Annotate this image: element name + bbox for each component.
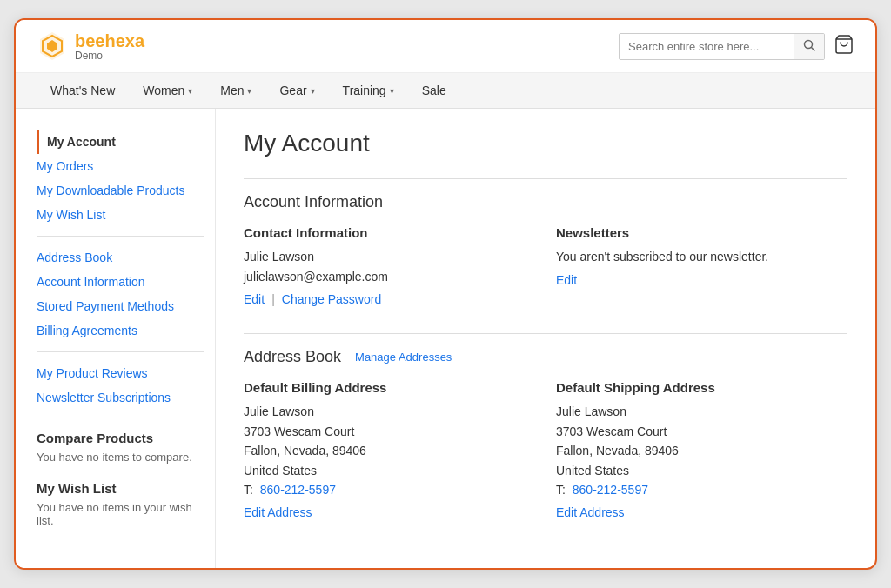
compare-products-title: Compare Products [37, 431, 204, 445]
logo-icon [37, 30, 68, 62]
shipping-edit-address-link[interactable]: Edit Address [556, 505, 625, 519]
search-button[interactable] [794, 34, 824, 59]
link-separator: | [271, 290, 275, 309]
sidebar-item-product-reviews[interactable]: My Product Reviews [37, 361, 215, 385]
nav-item-women[interactable]: Women ▾ [129, 73, 206, 108]
account-information-section: Account Information Contact Information … [244, 178, 847, 309]
nav-item-gear[interactable]: Gear ▾ [265, 73, 328, 108]
newsletters-text: You aren't subscribed to our newsletter.… [556, 247, 847, 290]
billing-address-block: Default Billing Address Julie Lawson 370… [244, 380, 535, 522]
shipping-name: Julie Lawson [556, 402, 847, 421]
contact-email: julielawson@example.com [244, 267, 535, 286]
sidebar-section-2: Address Book Account Information Stored … [37, 245, 215, 343]
logo-name: beehexa [75, 31, 144, 50]
search-input[interactable] [620, 35, 794, 58]
sidebar-item-downloadable-products[interactable]: My Downloadable Products [37, 178, 215, 203]
sidebar-item-address-book[interactable]: Address Book [37, 245, 215, 270]
sidebar-item-wish-list[interactable]: My Wish List [37, 203, 215, 227]
sidebar-item-billing-agreements[interactable]: Billing Agreements [37, 318, 215, 343]
svg-line-4 [812, 47, 815, 50]
logo-area[interactable]: beehexa Demo [37, 30, 144, 62]
chevron-down-icon: ▾ [247, 86, 251, 96]
nav-bar: What's New Women ▾ Men ▾ Gear ▾ Training… [16, 73, 875, 109]
sidebar-divider-1 [37, 236, 204, 237]
contact-info-block: Contact Information Julie Lawson juliela… [244, 225, 535, 309]
billing-name: Julie Lawson [244, 402, 535, 421]
header: beehexa Demo [16, 20, 875, 73]
browser-frame: beehexa Demo [14, 18, 877, 570]
main-content: My Account My Orders My Downloadable Pro… [16, 109, 875, 568]
account-info-title: Account Information [244, 193, 383, 211]
account-info-header: Account Information [244, 193, 847, 211]
billing-address-text: Julie Lawson 3703 Wescam Court Fallon, N… [244, 402, 535, 522]
nav-item-men[interactable]: Men ▾ [206, 73, 265, 108]
address-cols: Default Billing Address Julie Lawson 370… [244, 380, 847, 522]
change-password-link[interactable]: Change Password [282, 290, 381, 309]
chevron-down-icon: ▾ [390, 86, 394, 96]
shipping-phone-row: T: 860-212-5597 [556, 480, 847, 499]
nav-item-whats-new[interactable]: What's New [37, 73, 129, 108]
billing-street: 3703 Wescam Court [244, 422, 535, 441]
billing-edit-address-link[interactable]: Edit Address [244, 505, 312, 519]
sidebar-item-my-account[interactable]: My Account [37, 130, 215, 154]
logo-demo: Demo [75, 50, 144, 62]
cart-svg [834, 34, 854, 55]
shipping-address-text: Julie Lawson 3703 Wescam Court Fallon, N… [556, 402, 847, 522]
account-info-cols: Contact Information Julie Lawson juliela… [244, 225, 847, 309]
address-book-section: Address Book Manage Addresses Default Bi… [244, 333, 847, 522]
contact-info-heading: Contact Information [244, 225, 535, 240]
billing-phone-row: T: 860-212-5597 [244, 480, 535, 499]
billing-city: Fallon, Nevada, 89406 [244, 441, 535, 460]
sidebar-section-3: My Product Reviews Newsletter Subscripti… [37, 361, 215, 410]
shipping-address-heading: Default Shipping Address [556, 380, 847, 395]
page-title: My Account [244, 130, 847, 157]
sidebar-item-my-orders[interactable]: My Orders [37, 154, 215, 178]
chevron-down-icon: ▾ [188, 86, 192, 96]
sidebar-item-stored-payment[interactable]: Stored Payment Methods [37, 294, 215, 318]
sidebar-divider-2 [37, 351, 204, 352]
shipping-city: Fallon, Nevada, 89406 [556, 441, 847, 460]
sidebar-section-1: My Account My Orders My Downloadable Pro… [37, 130, 215, 227]
billing-phone-prefix: T: [244, 483, 253, 497]
compare-products-text: You have no items to compare. [37, 451, 204, 464]
contact-actions: Edit | Change Password [244, 290, 535, 309]
cart-icon[interactable] [834, 34, 854, 59]
header-right [619, 33, 854, 60]
address-book-title: Address Book [244, 348, 341, 366]
compare-products-block: Compare Products You have no items to co… [37, 431, 215, 464]
contact-name: Julie Lawson [244, 247, 535, 266]
sidebar-item-account-information[interactable]: Account Information [37, 270, 215, 294]
address-book-header: Address Book Manage Addresses [244, 348, 847, 366]
contact-info-text: Julie Lawson julielawson@example.com Edi… [244, 247, 535, 309]
search-box[interactable] [619, 33, 825, 60]
sidebar-wishlist-title: My Wish List [37, 481, 204, 496]
nav-item-training[interactable]: Training ▾ [329, 73, 408, 108]
nav-item-sale[interactable]: Sale [408, 73, 460, 108]
shipping-address-block: Default Shipping Address Julie Lawson 37… [556, 380, 847, 522]
billing-country: United States [244, 461, 535, 480]
newsletters-heading: Newsletters [556, 225, 847, 240]
shipping-street: 3703 Wescam Court [556, 422, 847, 441]
shipping-phone[interactable]: 860-212-5597 [573, 483, 648, 497]
edit-newsletter-link[interactable]: Edit [556, 273, 577, 287]
billing-phone[interactable]: 860-212-5597 [260, 483, 336, 497]
shipping-country: United States [556, 461, 847, 480]
billing-address-heading: Default Billing Address [244, 380, 535, 395]
chevron-down-icon: ▾ [311, 86, 315, 96]
newsletters-block: Newsletters You aren't subscribed to our… [556, 225, 847, 309]
manage-addresses-link[interactable]: Manage Addresses [355, 351, 452, 364]
sidebar-item-newsletter[interactable]: Newsletter Subscriptions [37, 385, 215, 410]
sidebar-wishlist-text: You have no items in your wish list. [37, 501, 204, 527]
sidebar: My Account My Orders My Downloadable Pro… [16, 109, 216, 568]
sidebar-wishlist-block: My Wish List You have no items in your w… [37, 481, 215, 527]
search-icon [803, 39, 815, 51]
newsletter-status: You aren't subscribed to our newsletter. [556, 247, 847, 266]
shipping-phone-prefix: T: [556, 483, 566, 497]
edit-contact-link[interactable]: Edit [244, 290, 265, 309]
logo-text: beehexa Demo [75, 31, 144, 62]
page-content: My Account Account Information Contact I… [216, 109, 875, 568]
